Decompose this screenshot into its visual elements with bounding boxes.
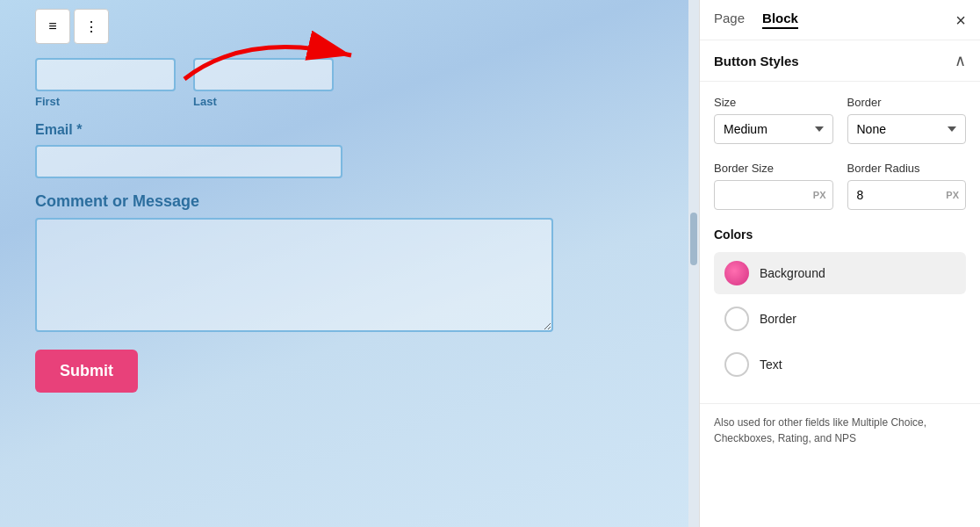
submit-button[interactable]: Submit — [35, 350, 138, 393]
border-size-label: Border Size — [714, 162, 833, 175]
panel-tabs: Page Block — [714, 11, 798, 29]
email-label: Email * — [35, 122, 664, 138]
last-name-field-group: Last — [193, 58, 334, 108]
border-size-field: Border Size PX — [714, 162, 833, 210]
border-radius-unit: PX — [946, 190, 959, 200]
colors-section-label: Colors — [714, 227, 966, 242]
first-name-input[interactable] — [35, 58, 176, 91]
scroll-thumb — [690, 213, 697, 265]
background-color-swatch — [724, 261, 749, 285]
comment-textarea[interactable] — [35, 218, 553, 332]
settings-panel: Page Block × Button Styles ∧ Size Small … — [699, 0, 980, 527]
text-color-swatch — [724, 352, 749, 377]
border-radius-field: Border Radius PX — [847, 162, 967, 210]
last-name-input[interactable] — [193, 58, 334, 91]
section-title: Button Styles — [714, 54, 799, 69]
comment-section: Comment or Message — [35, 192, 664, 336]
size-field: Size Small Medium Large — [714, 96, 833, 144]
scrollbar[interactable] — [688, 0, 699, 527]
name-row: First Last — [35, 58, 664, 108]
border-color-label: Border — [760, 312, 796, 326]
color-text-item[interactable]: Text — [714, 343, 966, 386]
toolbar: ≡ ⋮ — [35, 9, 664, 44]
tab-block[interactable]: Block — [762, 11, 798, 29]
menu-icon: ⋮ — [84, 18, 98, 35]
first-name-field-group: First — [35, 58, 176, 108]
form-panel: ≡ ⋮ First Last Email * — [0, 0, 699, 527]
email-input[interactable] — [35, 145, 342, 178]
footer-note: Also used for other fields like Multiple… — [700, 403, 980, 457]
border-radius-label: Border Radius — [847, 162, 967, 175]
close-button[interactable]: × — [955, 11, 966, 29]
email-required-marker: * — [76, 122, 82, 137]
text-color-label: Text — [760, 357, 782, 372]
panel-header: Page Block × — [700, 0, 980, 40]
color-border-item[interactable]: Border — [714, 298, 966, 340]
tab-page[interactable]: Page — [714, 11, 745, 29]
color-background-item[interactable]: Background — [714, 252, 966, 294]
border-select[interactable]: None Solid Dashed Dotted — [847, 114, 967, 144]
border-radius-input-wrapper: PX — [847, 180, 967, 210]
background-color-label: Background — [760, 266, 825, 280]
collapse-button[interactable]: ∧ — [955, 51, 966, 70]
border-size-radius-row: Border Size PX Border Radius PX — [714, 162, 966, 210]
menu-icon-button[interactable]: ⋮ — [74, 9, 109, 44]
email-section: Email * — [35, 122, 664, 178]
last-name-label: Last — [193, 95, 334, 108]
list-icon-button[interactable]: ≡ — [35, 9, 70, 44]
size-label: Size — [714, 96, 833, 109]
border-size-unit: PX — [813, 190, 826, 200]
settings-content: Size Small Medium Large Border None Soli… — [700, 82, 980, 403]
size-select[interactable]: Small Medium Large — [714, 114, 833, 144]
border-size-input-wrapper: PX — [714, 180, 833, 210]
size-border-row: Size Small Medium Large Border None Soli… — [714, 96, 966, 144]
border-label: Border — [847, 96, 967, 109]
section-header: Button Styles ∧ — [700, 40, 980, 82]
border-field: Border None Solid Dashed Dotted — [847, 96, 967, 144]
list-icon: ≡ — [48, 18, 56, 34]
comment-label: Comment or Message — [35, 192, 664, 211]
border-color-swatch — [724, 307, 749, 331]
first-name-label: First — [35, 95, 176, 108]
